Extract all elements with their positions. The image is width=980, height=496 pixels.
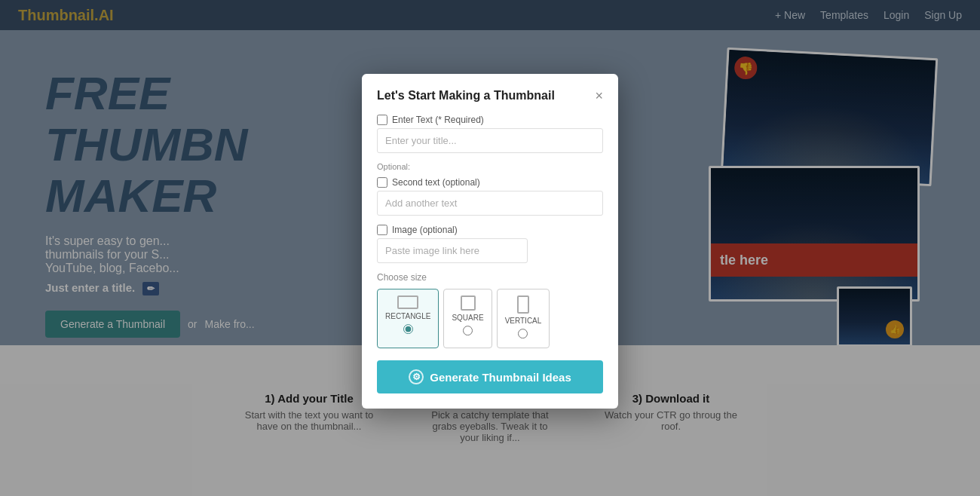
second-text-section: Second text (optional)	[377, 177, 603, 216]
optional-label: Optional:	[377, 162, 603, 171]
size-label: Choose size	[377, 272, 603, 283]
gear-icon: ⚙	[409, 369, 424, 384]
size-section: Choose size RECTANGLE SQUARE VERTICAL	[377, 272, 603, 348]
image-field-label-row: Image (optional)	[377, 225, 603, 235]
text-field-section: Enter Text (* Required)	[377, 115, 603, 153]
generate-ideas-button[interactable]: ⚙ Generate Thumbnail Ideas	[377, 360, 603, 393]
image-field-section: Image (optional)	[377, 225, 603, 263]
text-field-label-row: Enter Text (* Required)	[377, 115, 603, 125]
square-label: SQUARE	[452, 314, 483, 322]
second-text-label: Second text (optional)	[392, 177, 480, 188]
size-square[interactable]: SQUARE	[443, 289, 492, 348]
size-vertical[interactable]: VERTICAL	[497, 289, 550, 348]
second-text-input[interactable]	[377, 191, 603, 216]
image-field-label: Image (optional)	[392, 225, 458, 235]
rectangle-label: RECTANGLE	[385, 312, 430, 320]
modal-close-button[interactable]: ×	[595, 89, 603, 103]
modal-header: Let's Start Making a Thumbnail ×	[377, 89, 603, 103]
second-text-checkbox[interactable]	[377, 177, 387, 188]
modal-title: Let's Start Making a Thumbnail	[377, 89, 555, 103]
size-options: RECTANGLE SQUARE VERTICAL	[377, 289, 603, 348]
rectangle-icon	[397, 295, 418, 309]
vertical-icon	[517, 295, 529, 314]
image-link-input[interactable]	[377, 238, 528, 263]
vertical-radio[interactable]	[518, 329, 528, 338]
size-rectangle[interactable]: RECTANGLE	[377, 289, 439, 348]
text-field-checkbox[interactable]	[377, 115, 387, 125]
image-checkbox[interactable]	[377, 225, 387, 235]
square-radio[interactable]	[463, 326, 473, 335]
modal: Let's Start Making a Thumbnail × Enter T…	[362, 74, 618, 409]
second-text-label-row: Second text (optional)	[377, 177, 603, 188]
rectangle-radio[interactable]	[403, 324, 413, 334]
vertical-label: VERTICAL	[505, 317, 542, 325]
square-icon	[461, 295, 476, 311]
text-field-label: Enter Text (* Required)	[392, 115, 484, 125]
generate-ideas-label: Generate Thumbnail Ideas	[430, 371, 571, 384]
title-input[interactable]	[377, 128, 603, 153]
